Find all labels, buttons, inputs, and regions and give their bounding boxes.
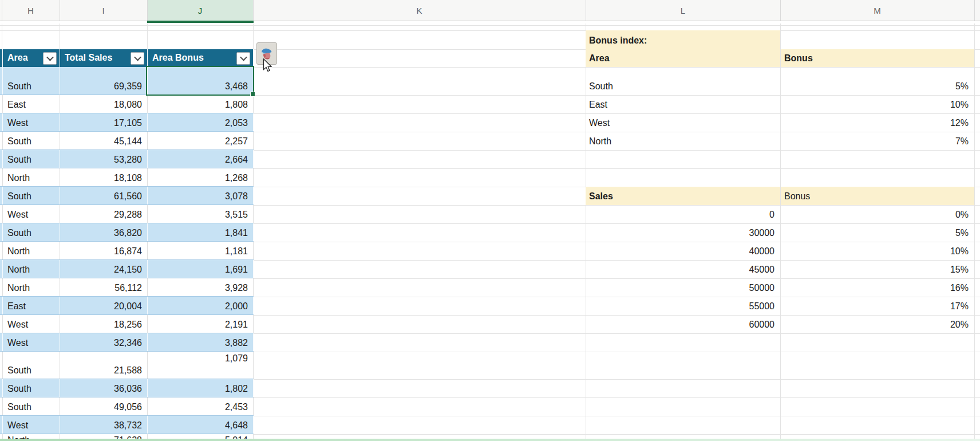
- filter-button[interactable]: [131, 52, 144, 65]
- cell-area-bonus[interactable]: 3,078: [148, 187, 254, 204]
- bonus-index-percent-cell[interactable]: 7%: [781, 132, 974, 150]
- cell-total-sales[interactable]: 18,256: [60, 315, 148, 333]
- cell-area[interactable]: East: [3, 297, 60, 314]
- cell-area[interactable]: West: [3, 205, 60, 223]
- sales-header-cell[interactable]: Sales: [586, 187, 780, 205]
- column-header-H[interactable]: H: [2, 0, 60, 21]
- cell-total-sales[interactable]: 21,588: [60, 352, 148, 379]
- cell-area-bonus[interactable]: 3,515: [148, 205, 254, 223]
- cell-total-sales[interactable]: 53,280: [60, 150, 148, 168]
- cell-area[interactable]: North: [3, 168, 60, 186]
- sales-threshold-cell[interactable]: 55000: [586, 297, 780, 315]
- cell-area[interactable]: West: [3, 333, 60, 351]
- column-header-M[interactable]: M: [780, 0, 974, 21]
- cell-area[interactable]: East: [3, 95, 60, 113]
- cell-area-bonus[interactable]: 1,841: [148, 223, 254, 241]
- column-header-J[interactable]: J: [147, 0, 253, 21]
- table-header-area-bonus[interactable]: Area Bonus: [148, 49, 254, 67]
- bonus-index-area-cell[interactable]: East: [586, 95, 780, 113]
- cell-area-bonus[interactable]: 1,268: [148, 168, 254, 186]
- cell-total-sales[interactable]: 16,874: [60, 242, 148, 259]
- sales-threshold-cell[interactable]: 50000: [586, 278, 780, 297]
- cell-total-sales[interactable]: 18,108: [60, 168, 148, 186]
- cell-area[interactable]: South: [3, 132, 60, 149]
- cell-total-sales[interactable]: 24,150: [60, 260, 148, 278]
- cell-area-bonus[interactable]: 2,000: [148, 297, 254, 314]
- selected-cell-outline[interactable]: [146, 66, 254, 96]
- cell-total-sales[interactable]: 17,105: [60, 113, 148, 131]
- cell-area[interactable]: South: [3, 67, 60, 94]
- sales-bonus-percent-cell[interactable]: 0%: [781, 205, 974, 223]
- column-header-L[interactable]: L: [586, 0, 780, 21]
- cell-area-bonus[interactable]: 2,664: [148, 150, 254, 168]
- sales-bonus-percent-cell[interactable]: 15%: [781, 260, 974, 278]
- cell-total-sales[interactable]: 36,820: [60, 223, 148, 241]
- table-header-area[interactable]: Area: [3, 49, 60, 67]
- cell-total-sales[interactable]: 49,056: [60, 397, 148, 415]
- cell-area[interactable]: North: [3, 260, 60, 278]
- bonus-header-cell[interactable]: Bonus: [781, 49, 974, 67]
- sales-threshold-cell[interactable]: 40000: [586, 242, 780, 260]
- cell-area[interactable]: North: [3, 278, 60, 296]
- cell-area[interactable]: South: [3, 150, 60, 168]
- cell-total-sales[interactable]: 56,112: [60, 278, 148, 296]
- cell-total-sales[interactable]: 61,560: [60, 187, 148, 204]
- bonus-index-percent-cell[interactable]: 10%: [781, 95, 974, 113]
- bonus-index-area-cell[interactable]: North: [586, 132, 780, 150]
- cell-area-bonus[interactable]: 1,079: [148, 352, 254, 379]
- cell-area-bonus[interactable]: 2,453: [148, 397, 254, 415]
- cell-area[interactable]: South: [3, 223, 60, 241]
- table-row: West32,3463,882: [0, 333, 254, 352]
- cell-total-sales[interactable]: 38,732: [60, 416, 148, 434]
- bonus-index-area-cell[interactable]: South: [586, 67, 780, 95]
- filter-button[interactable]: [43, 52, 57, 65]
- cell-area-bonus[interactable]: 1,691: [148, 260, 254, 278]
- sales-threshold-cell[interactable]: 60000: [586, 315, 780, 333]
- cell-area-bonus[interactable]: 4,648: [148, 416, 254, 434]
- cell-total-sales[interactable]: 20,004: [60, 297, 148, 314]
- bonus-index-percent-cell[interactable]: 5%: [781, 67, 974, 95]
- cell-area-bonus[interactable]: 1,808: [148, 95, 254, 113]
- cell-total-sales[interactable]: 29,288: [60, 205, 148, 223]
- sales-threshold-cell[interactable]: 30000: [586, 223, 780, 242]
- sales-bonus-percent-cell[interactable]: 20%: [781, 315, 974, 333]
- cell-area[interactable]: South: [3, 397, 60, 415]
- cell-area[interactable]: West: [3, 113, 60, 131]
- table-header-total-sales[interactable]: Total Sales: [60, 49, 148, 67]
- cell-area-bonus[interactable]: 2,053: [148, 113, 254, 131]
- cell-area-bonus[interactable]: 2,257: [148, 132, 254, 149]
- fill-handle[interactable]: [250, 92, 255, 97]
- gridline-h: [254, 150, 980, 151]
- bonus-index-area-cell[interactable]: West: [586, 113, 780, 132]
- bonus-header-label: Bonus: [784, 53, 813, 64]
- cell-area-bonus[interactable]: 3,928: [148, 278, 254, 296]
- cell-area[interactable]: South: [3, 187, 60, 204]
- sales-threshold-cell[interactable]: 0: [586, 205, 780, 223]
- cell-total-sales[interactable]: 18,080: [60, 95, 148, 113]
- column-header-K[interactable]: K: [253, 0, 586, 21]
- cell-total-sales[interactable]: 36,036: [60, 379, 148, 397]
- cell-area[interactable]: West: [3, 416, 60, 434]
- sales-bonus-percent-cell[interactable]: 5%: [781, 223, 974, 242]
- cell-area[interactable]: West: [3, 315, 60, 333]
- bonus-index-title-cell[interactable]: Bonus index:: [586, 30, 780, 49]
- sales-bonus-percent-cell[interactable]: 16%: [781, 278, 974, 297]
- bonus-index-percent-cell[interactable]: 12%: [781, 113, 974, 132]
- cell-area-bonus[interactable]: 1,802: [148, 379, 254, 397]
- cell-total-sales[interactable]: 45,144: [60, 132, 148, 149]
- cell-area[interactable]: North: [3, 242, 60, 259]
- cell-area[interactable]: South: [3, 352, 60, 379]
- cell-area-bonus[interactable]: 1,181: [148, 242, 254, 259]
- filter-button[interactable]: [236, 52, 250, 65]
- cell-total-sales[interactable]: 32,346: [60, 333, 148, 351]
- sales-bonus-header-cell[interactable]: Bonus: [781, 187, 974, 205]
- column-header-I[interactable]: I: [60, 0, 147, 21]
- sales-bonus-percent-cell[interactable]: 10%: [781, 242, 974, 260]
- cell-area[interactable]: South: [3, 379, 60, 397]
- sales-threshold-cell[interactable]: 45000: [586, 260, 780, 278]
- cell-area-bonus[interactable]: 3,882: [148, 333, 254, 351]
- cell-total-sales[interactable]: 69,359: [60, 67, 148, 94]
- sales-bonus-percent-cell[interactable]: 17%: [781, 297, 974, 315]
- area-header-cell[interactable]: Area: [586, 49, 780, 67]
- cell-area-bonus[interactable]: 2,191: [148, 315, 254, 333]
